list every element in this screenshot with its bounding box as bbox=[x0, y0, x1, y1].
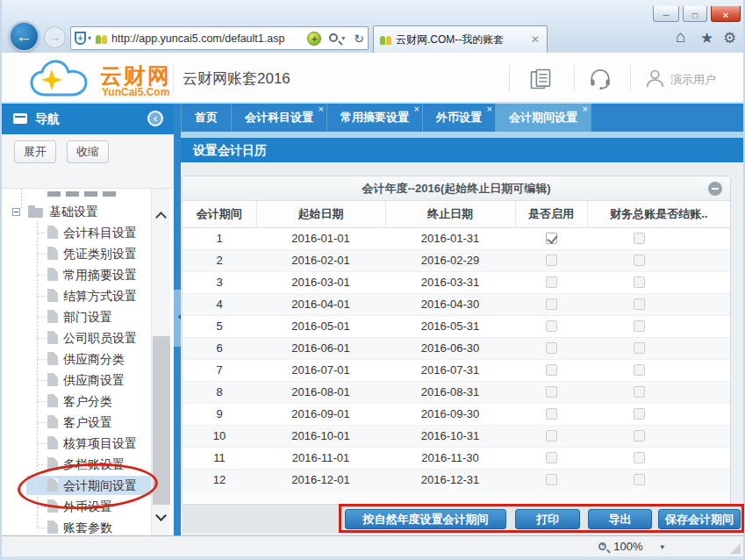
sidebar-collapse-icon[interactable]: ‹ bbox=[147, 111, 163, 126]
search-dropdown-caret[interactable]: ▾ bbox=[341, 34, 345, 42]
sidebar-item-7[interactable]: 供应商分类 bbox=[2, 348, 174, 370]
resize-grip[interactable] bbox=[730, 543, 741, 554]
end-date-cell[interactable]: 2016-02-29 bbox=[385, 249, 515, 271]
sidebar-item-4[interactable]: 结算方式设置 bbox=[2, 285, 174, 306]
zoom-control[interactable]: 100% ▾ bbox=[598, 540, 664, 553]
browser-tab[interactable]: 云财网.COM--我的账套 ✕ bbox=[373, 25, 548, 53]
end-date-cell[interactable]: 2016-03-31 bbox=[385, 271, 515, 293]
enabled-checkbox[interactable] bbox=[546, 298, 557, 310]
start-date-cell[interactable]: 2016-03-01 bbox=[256, 271, 385, 293]
app-tab-2[interactable]: 会计科目设置 × bbox=[232, 104, 327, 132]
start-date-cell[interactable]: 2016-12-01 bbox=[256, 469, 385, 491]
scroll-up-icon[interactable] bbox=[155, 212, 167, 223]
ledger-closed-checkbox[interactable] bbox=[634, 430, 645, 442]
end-date-cell[interactable]: 2016-07-31 bbox=[385, 359, 515, 381]
ledger-closed-checkbox[interactable] bbox=[634, 233, 645, 244]
ledger-closed-checkbox[interactable] bbox=[634, 408, 645, 420]
app-tab-1[interactable]: 首页 bbox=[181, 104, 232, 132]
tab-close-icon[interactable]: × bbox=[319, 104, 324, 114]
app-tab-4[interactable]: 外币设置 × bbox=[423, 104, 496, 132]
favorites-star-icon[interactable]: ★ bbox=[700, 29, 713, 47]
collapse-expander-icon[interactable] bbox=[12, 208, 20, 216]
address-bar[interactable]: + ▾ http://app.yuncai5.com/default1.asp … bbox=[70, 26, 369, 50]
start-date-cell[interactable]: 2016-06-01 bbox=[256, 337, 385, 359]
end-date-cell[interactable]: 2016-09-30 bbox=[385, 403, 515, 425]
settings-gear-icon[interactable]: ⚙ bbox=[723, 29, 736, 47]
address-dropdown-caret[interactable]: ▾ bbox=[88, 34, 91, 42]
window-restore-button[interactable]: □ bbox=[683, 6, 707, 22]
enabled-checkbox[interactable] bbox=[546, 255, 557, 266]
tab-close-icon[interactable]: × bbox=[487, 104, 492, 114]
ledger-closed-checkbox[interactable] bbox=[634, 298, 645, 310]
sidebar-item-15[interactable]: 账套参数 bbox=[2, 517, 174, 535]
zoom-dropdown-caret[interactable]: ▾ bbox=[660, 542, 664, 551]
enabled-checkbox[interactable] bbox=[546, 233, 557, 244]
enabled-checkbox[interactable] bbox=[546, 320, 557, 332]
sidebar-item-2[interactable]: 凭证类别设置 bbox=[2, 243, 174, 264]
end-date-cell[interactable]: 2016-04-30 bbox=[385, 293, 515, 315]
sidebar-item-8[interactable]: 供应商设置 bbox=[2, 370, 174, 391]
end-date-cell[interactable]: 2016-06-30 bbox=[385, 337, 515, 359]
splitter-handle[interactable] bbox=[174, 290, 181, 347]
sidebar-item-6[interactable]: 公司职员设置 bbox=[2, 327, 174, 348]
ledger-closed-checkbox[interactable] bbox=[634, 342, 645, 354]
ledger-closed-checkbox[interactable] bbox=[634, 320, 645, 332]
start-date-cell[interactable]: 2016-01-01 bbox=[256, 227, 385, 249]
home-icon[interactable]: ⌂ bbox=[676, 27, 685, 47]
enabled-checkbox[interactable] bbox=[546, 276, 557, 288]
start-date-cell[interactable]: 2016-09-01 bbox=[256, 403, 385, 425]
start-date-cell[interactable]: 2016-11-01 bbox=[256, 447, 385, 469]
enabled-checkbox[interactable] bbox=[546, 408, 557, 420]
url-text[interactable]: http://app.yuncai5.com/default1.asp bbox=[111, 32, 303, 45]
enabled-checkbox[interactable] bbox=[546, 364, 557, 376]
ledger-closed-checkbox[interactable] bbox=[634, 364, 645, 376]
ledger-closed-checkbox[interactable] bbox=[634, 386, 645, 398]
tab-close-icon[interactable]: × bbox=[414, 104, 419, 114]
end-date-cell[interactable]: 2016-11-30 bbox=[385, 447, 515, 469]
expand-all-button[interactable]: 展开 bbox=[14, 140, 56, 163]
browser-forward-button[interactable]: → bbox=[44, 26, 66, 48]
app-tab-5[interactable]: 会计期间设置 × bbox=[496, 104, 591, 132]
start-date-cell[interactable]: 2016-05-01 bbox=[256, 315, 385, 337]
sidebar-item-10[interactable]: 客户设置 bbox=[2, 412, 174, 433]
scroll-down-icon[interactable] bbox=[155, 510, 167, 521]
compatibility-view-icon[interactable]: + bbox=[75, 32, 86, 45]
end-date-cell[interactable]: 2016-08-31 bbox=[385, 381, 515, 403]
ledger-closed-checkbox[interactable] bbox=[634, 255, 645, 266]
enabled-checkbox[interactable] bbox=[546, 452, 557, 463]
start-date-cell[interactable]: 2016-02-01 bbox=[256, 249, 385, 271]
start-date-cell[interactable]: 2016-10-01 bbox=[256, 425, 385, 447]
sidebar-item-5[interactable]: 部门设置 bbox=[2, 306, 174, 327]
collapse-all-button[interactable]: 收缩 bbox=[67, 140, 109, 163]
start-date-cell[interactable]: 2016-07-01 bbox=[256, 359, 385, 381]
enabled-checkbox[interactable] bbox=[546, 474, 557, 485]
documents-icon[interactable] bbox=[528, 67, 553, 91]
tab-close-icon[interactable]: ✕ bbox=[529, 33, 541, 46]
end-date-cell[interactable]: 2016-05-31 bbox=[385, 315, 515, 337]
end-date-cell[interactable]: 2016-12-31 bbox=[385, 469, 515, 491]
headset-icon[interactable] bbox=[588, 67, 612, 90]
sidebar-item-3[interactable]: 常用摘要设置 bbox=[2, 264, 174, 285]
sidebar-item-11[interactable]: 核算项目设置 bbox=[2, 433, 174, 454]
ledger-closed-checkbox[interactable] bbox=[634, 474, 645, 485]
enabled-checkbox[interactable] bbox=[546, 342, 557, 354]
window-close-button[interactable]: ✕ bbox=[711, 6, 741, 22]
enabled-checkbox[interactable] bbox=[546, 386, 557, 398]
plugin-icon[interactable]: + bbox=[307, 32, 321, 46]
refresh-icon[interactable]: ↻ bbox=[354, 32, 364, 46]
panel-collapse-icon[interactable] bbox=[708, 182, 722, 196]
sidebar-group-basic-settings[interactable]: 基础设置 bbox=[2, 202, 174, 223]
end-date-cell[interactable]: 2016-10-31 bbox=[385, 425, 515, 447]
start-date-cell[interactable]: 2016-04-01 bbox=[256, 293, 385, 315]
app-tab-3[interactable]: 常用摘要设置 × bbox=[327, 104, 423, 132]
browser-back-button[interactable]: ← bbox=[9, 21, 39, 52]
end-date-cell[interactable]: 2016-01-31 bbox=[385, 227, 515, 249]
user-icon[interactable] bbox=[644, 68, 666, 90]
start-date-cell[interactable]: 2016-08-01 bbox=[256, 381, 385, 403]
ledger-closed-checkbox[interactable] bbox=[634, 276, 645, 288]
tab-close-icon[interactable]: × bbox=[583, 104, 588, 114]
search-icon[interactable] bbox=[329, 33, 338, 42]
sidebar-item-1[interactable]: 会计科目设置 bbox=[2, 222, 174, 243]
window-minimize-button[interactable]: ─ bbox=[653, 6, 679, 22]
sidebar-item-9[interactable]: 客户分类 bbox=[2, 391, 174, 412]
